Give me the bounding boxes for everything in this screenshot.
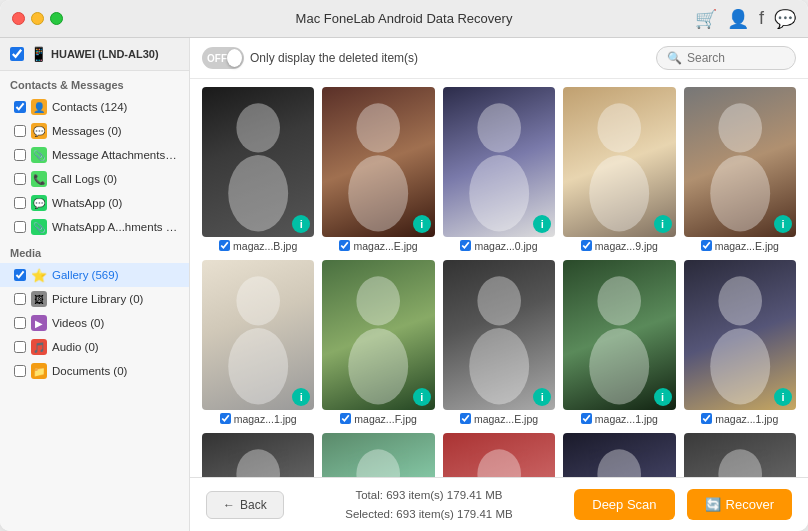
toggle-track: OFF: [202, 47, 244, 69]
videos-checkbox[interactable]: [14, 317, 26, 329]
cart-icon[interactable]: 🛒: [695, 8, 717, 30]
photo-filename-label: magaz...1.jpg: [715, 413, 778, 425]
facebook-icon[interactable]: f: [759, 8, 764, 29]
photo-item[interactable]: imagaz...8.jpg: [443, 433, 555, 477]
photo-checkbox[interactable]: [460, 413, 471, 424]
photo-item[interactable]: imagaz...E.jpg: [684, 433, 796, 477]
deep-scan-button[interactable]: Deep Scan: [574, 489, 674, 520]
photo-item[interactable]: imagaz...9.jpg: [563, 87, 675, 252]
info-badge[interactable]: i: [654, 388, 672, 406]
minimize-button[interactable]: [31, 12, 44, 25]
sidebar-item-videos[interactable]: ▶ Videos (0): [0, 311, 189, 335]
info-badge[interactable]: i: [774, 215, 792, 233]
svg-point-5: [469, 155, 529, 231]
photo-item[interactable]: imagaz...3.jpg: [563, 433, 675, 477]
photo-checkbox[interactable]: [581, 413, 592, 424]
info-badge[interactable]: i: [774, 388, 792, 406]
photo-checkbox[interactable]: [220, 413, 231, 424]
gallery-checkbox[interactable]: [14, 269, 26, 281]
whatsapp-checkbox[interactable]: [14, 197, 26, 209]
info-badge[interactable]: i: [654, 215, 672, 233]
photo-checkbox[interactable]: [460, 240, 471, 251]
svg-point-9: [710, 155, 770, 231]
svg-point-12: [357, 276, 401, 325]
photo-item[interactable]: imagaz...1.jpg: [202, 260, 314, 425]
device-checkbox[interactable]: [10, 47, 24, 61]
search-box[interactable]: 🔍: [656, 46, 796, 70]
photo-item[interactable]: imagaz...E.jpg: [322, 87, 434, 252]
videos-label: Videos (0): [52, 317, 104, 329]
msg-attach-icon: 📎: [31, 147, 47, 163]
photo-item[interactable]: imagaz...1.jpg: [563, 260, 675, 425]
docs-icon: 📁: [31, 363, 47, 379]
svg-point-17: [589, 328, 649, 404]
photo-item[interactable]: imagaz...F.jpg: [322, 260, 434, 425]
toggle-description: Only display the deleted item(s): [250, 51, 418, 65]
device-row[interactable]: 📱 HUAWEI (LND-AL30): [0, 38, 189, 71]
total-stats: Total: 693 item(s) 179.41 MB: [296, 486, 563, 504]
search-input[interactable]: [687, 51, 785, 65]
wa-attach-label: WhatsApp A...hments (0): [52, 221, 179, 233]
photo-item[interactable]: imagaz...B.jpg: [202, 87, 314, 252]
sidebar-item-whatsapp[interactable]: 💬 WhatsApp (0): [0, 191, 189, 215]
close-button[interactable]: [12, 12, 25, 25]
contacts-icon: 👤: [31, 99, 47, 115]
deleted-toggle[interactable]: OFF: [202, 47, 244, 69]
pic-lib-checkbox[interactable]: [14, 293, 26, 305]
photo-item[interactable]: imagaz...1.jpg: [684, 260, 796, 425]
sidebar-item-whatsapp-attachments[interactable]: 📎 WhatsApp A...hments (0): [0, 215, 189, 239]
photo-item[interactable]: imagaz...3.jpg: [322, 433, 434, 477]
sidebar-item-call-logs[interactable]: 📞 Call Logs (0): [0, 167, 189, 191]
photo-filename-label: magaz...1.jpg: [595, 413, 658, 425]
msg-attach-checkbox[interactable]: [14, 149, 26, 161]
svg-point-7: [589, 155, 649, 231]
photo-checkbox[interactable]: [701, 240, 712, 251]
sidebar-item-message-attachments[interactable]: 📎 Message Attachments (0): [0, 143, 189, 167]
maximize-button[interactable]: [50, 12, 63, 25]
info-badge[interactable]: i: [533, 215, 551, 233]
call-logs-checkbox[interactable]: [14, 173, 26, 185]
recover-button[interactable]: 🔄 Recover: [687, 489, 792, 520]
contacts-checkbox[interactable]: [14, 101, 26, 113]
photo-item[interactable]: imagaz...0.jpg: [443, 87, 555, 252]
photo-item[interactable]: imagaz...E.jpg: [684, 87, 796, 252]
toggle-off-label: OFF: [207, 53, 227, 64]
docs-checkbox[interactable]: [14, 365, 26, 377]
sidebar-item-messages[interactable]: 💬 Messages (0): [0, 119, 189, 143]
wa-attach-checkbox[interactable]: [14, 221, 26, 233]
photo-item[interactable]: imagaz...E.jpg: [443, 260, 555, 425]
photo-checkbox[interactable]: [219, 240, 230, 251]
info-badge[interactable]: i: [413, 215, 431, 233]
svg-point-6: [598, 103, 642, 152]
svg-point-15: [469, 328, 529, 404]
sidebar-item-documents[interactable]: 📁 Documents (0): [0, 359, 189, 383]
gallery-label: Gallery (569): [52, 269, 118, 281]
sidebar-item-picture-library[interactable]: 🖼 Picture Library (0): [0, 287, 189, 311]
photo-checkbox[interactable]: [581, 240, 592, 251]
sidebar-item-gallery[interactable]: ⭐ Gallery (569): [0, 263, 189, 287]
search-icon: 🔍: [667, 51, 682, 65]
audio-icon: 🎵: [31, 339, 47, 355]
info-badge[interactable]: i: [533, 388, 551, 406]
chat-icon[interactable]: 💬: [774, 8, 796, 30]
info-badge[interactable]: i: [413, 388, 431, 406]
photo-checkbox[interactable]: [339, 240, 350, 251]
photo-checkbox[interactable]: [701, 413, 712, 424]
sidebar-item-audio[interactable]: 🎵 Audio (0): [0, 335, 189, 359]
content-area: OFF Only display the deleted item(s) 🔍: [190, 38, 808, 531]
sidebar-item-contacts[interactable]: 👤 Contacts (124): [0, 95, 189, 119]
pic-lib-label: Picture Library (0): [52, 293, 143, 305]
back-button[interactable]: ← Back: [206, 491, 284, 519]
whatsapp-icon: 💬: [31, 195, 47, 211]
messages-checkbox[interactable]: [14, 125, 26, 137]
photo-checkbox[interactable]: [340, 413, 351, 424]
photo-item[interactable]: imagaz...E.jpg: [202, 433, 314, 477]
user-icon[interactable]: 👤: [727, 8, 749, 30]
photo-filename-label: magaz...0.jpg: [474, 240, 537, 252]
svg-point-0: [236, 103, 280, 152]
photo-grid-area: imagaz...B.jpgimagaz...E.jpgimagaz...0.j…: [190, 79, 808, 477]
svg-point-1: [228, 155, 288, 231]
info-badge[interactable]: i: [292, 388, 310, 406]
audio-checkbox[interactable]: [14, 341, 26, 353]
svg-point-13: [349, 328, 409, 404]
